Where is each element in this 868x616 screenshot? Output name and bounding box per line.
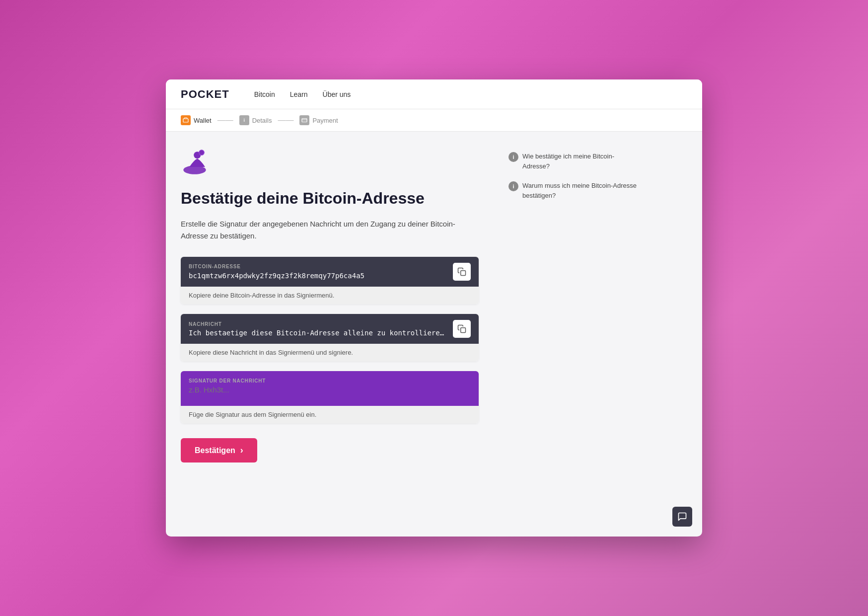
message-value: Ich bestaetige diese Bitcoin-Adresse all… bbox=[189, 329, 448, 337]
left-column: Bestätige deine Bitcoin-Adresse Erstelle… bbox=[181, 147, 479, 462]
hero-icon bbox=[181, 147, 479, 178]
divider-2: —— bbox=[278, 116, 293, 125]
page-title: Bestätige deine Bitcoin-Adresse bbox=[181, 188, 479, 208]
chat-button[interactable] bbox=[672, 507, 692, 527]
wallet-step-label: Wallet bbox=[194, 117, 212, 124]
svg-rect-6 bbox=[461, 328, 466, 333]
signature-block: SIGNATUR DER NACHRICHT Füge die Signatur… bbox=[181, 371, 479, 423]
details-step-label: Details bbox=[252, 117, 272, 124]
signature-hint: Füge die Signatur aus dem Signiermenü ei… bbox=[181, 406, 479, 423]
help-icon-1: i bbox=[508, 152, 518, 162]
copy-bitcoin-address-button[interactable] bbox=[453, 263, 471, 281]
right-column: i Wie bestätige ich meine Bitcoin-Adress… bbox=[508, 147, 638, 462]
nav-bitcoin[interactable]: Bitcoin bbox=[254, 90, 275, 98]
main-window: POCKET Bitcoin Learn Über uns Wallet —— … bbox=[166, 79, 702, 537]
payment-step-label: Payment bbox=[312, 117, 338, 124]
help-item-2: i Warum muss ich meine Bitcoin-Adresse b… bbox=[508, 181, 638, 200]
bitcoin-address-inner: BITCOIN-ADRESSE bc1qmtzw6rx4pdwky2fz9qz3… bbox=[181, 257, 479, 287]
page-description: Erstelle die Signatur der angegebenen Na… bbox=[181, 218, 479, 242]
bitcoin-address-label: BITCOIN-ADRESSE bbox=[189, 264, 448, 269]
signature-input[interactable] bbox=[189, 385, 471, 394]
help-icon-2: i bbox=[508, 181, 518, 191]
navbar: POCKET Bitcoin Learn Über uns bbox=[166, 79, 702, 109]
breadcrumb-step-payment[interactable]: Payment bbox=[299, 115, 338, 125]
nav-ueber-uns[interactable]: Über uns bbox=[323, 90, 351, 98]
main-content: Bestätige deine Bitcoin-Adresse Erstelle… bbox=[166, 132, 702, 482]
bitcoin-address-value: bc1qmtzw6rx4pdwky2fz9qz3f2k8remqy77p6ca4… bbox=[189, 272, 364, 280]
message-block: NACHRICHT Ich bestaetige diese Bitcoin-A… bbox=[181, 314, 479, 361]
payment-step-icon bbox=[299, 115, 309, 125]
message-content: NACHRICHT Ich bestaetige diese Bitcoin-A… bbox=[189, 321, 448, 337]
nav-learn[interactable]: Learn bbox=[290, 90, 308, 98]
signature-label: SIGNATUR DER NACHRICHT bbox=[189, 378, 471, 384]
svg-rect-0 bbox=[183, 119, 188, 122]
signature-input-area[interactable]: SIGNATUR DER NACHRICHT bbox=[181, 371, 479, 406]
svg-rect-5 bbox=[461, 271, 466, 276]
message-hint: Kopiere diese Nachricht in das Signierme… bbox=[181, 344, 479, 361]
message-inner: NACHRICHT Ich bestaetige diese Bitcoin-A… bbox=[181, 314, 479, 344]
confirm-button[interactable]: Bestätigen › bbox=[181, 438, 257, 462]
breadcrumb: Wallet —— i Details —— Payment bbox=[166, 109, 702, 132]
svg-point-4 bbox=[199, 150, 205, 155]
wallet-step-icon bbox=[181, 115, 191, 125]
bitcoin-address-hint: Kopiere deine Bitcoin-Adresse in das Sig… bbox=[181, 287, 479, 304]
divider-1: —— bbox=[217, 116, 233, 125]
help-item-1: i Wie bestätige ich meine Bitcoin-Adress… bbox=[508, 152, 638, 171]
details-step-icon: i bbox=[239, 115, 249, 125]
svg-rect-1 bbox=[302, 119, 307, 122]
message-label: NACHRICHT bbox=[189, 321, 448, 327]
confirm-button-arrow: › bbox=[240, 445, 243, 456]
help-text-1[interactable]: Wie bestätige ich meine Bitcoin-Adresse? bbox=[522, 152, 638, 171]
brand-logo: POCKET bbox=[181, 88, 229, 101]
breadcrumb-step-details[interactable]: i Details bbox=[239, 115, 272, 125]
copy-message-button[interactable] bbox=[453, 320, 471, 338]
breadcrumb-step-wallet[interactable]: Wallet bbox=[181, 115, 212, 125]
bitcoin-address-block: BITCOIN-ADRESSE bc1qmtzw6rx4pdwky2fz9qz3… bbox=[181, 257, 479, 304]
confirm-button-label: Bestätigen bbox=[195, 446, 235, 455]
bitcoin-address-content: BITCOIN-ADRESSE bc1qmtzw6rx4pdwky2fz9qz3… bbox=[189, 264, 448, 280]
help-text-2[interactable]: Warum muss ich meine Bitcoin-Adresse bes… bbox=[522, 181, 638, 200]
